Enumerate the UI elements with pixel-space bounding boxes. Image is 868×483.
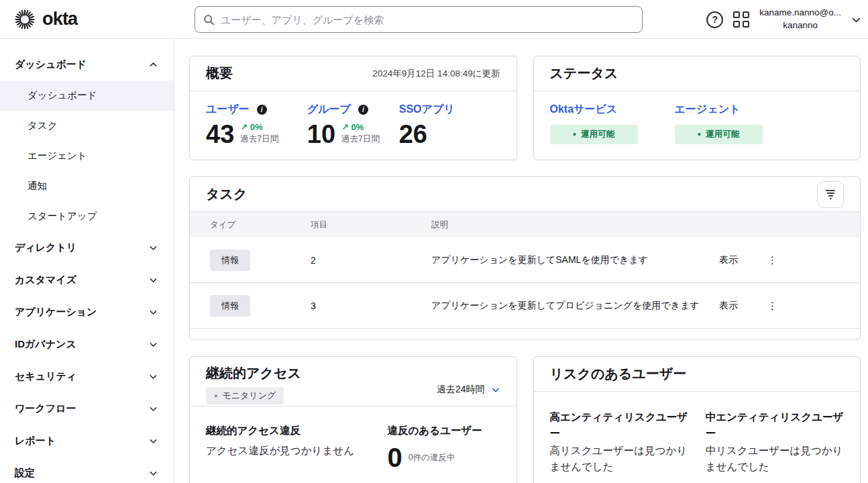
help-icon[interactable]: ?: [706, 11, 723, 28]
stat-label: ユーザー: [206, 103, 250, 117]
okta-service-link[interactable]: Oktaサービス: [550, 103, 675, 117]
time-range-dropdown[interactable]: 過去24時間: [437, 364, 500, 406]
trend-period: 過去7日間: [240, 133, 278, 144]
chevron-down-icon: [149, 437, 158, 445]
stat-value: 26: [399, 122, 427, 146]
sidebar-section-label: ワークフロー: [15, 402, 76, 415]
violations-text: アクセス違反が見つかりません: [206, 444, 354, 458]
groups-link[interactable]: グループ i: [307, 103, 399, 117]
sidebar-section-label: ダッシュボード: [15, 58, 87, 71]
status-badge-label: 運用可能: [581, 129, 614, 140]
users-link[interactable]: ユーザー i: [206, 103, 307, 117]
chevron-down-icon[interactable]: [851, 15, 861, 25]
monitoring-dot-icon: ●: [214, 393, 217, 399]
info-icon[interactable]: i: [257, 105, 267, 115]
stat-label: SSOアプリ: [399, 103, 455, 117]
chevron-down-icon: [149, 340, 158, 349]
sidebar-item-tasks[interactable]: タスク: [0, 111, 174, 141]
chevron-down-icon: [149, 469, 158, 478]
sidebar-section-directory[interactable]: ディレクトリ: [0, 231, 174, 264]
sidebar-item-label: タスク: [28, 119, 58, 132]
sidebar-section-workflow[interactable]: ワークフロー: [0, 392, 174, 425]
high-risk-heading: 高エンティティリスクユーザー: [550, 409, 688, 441]
trend-value: 0%: [250, 122, 263, 132]
stat-groups: グループ i 10 ↗ 0% 過去7日間: [307, 103, 399, 146]
violating-users-note: 0件の違反中: [409, 452, 455, 464]
violating-users-title: 違反のあるユーザー: [388, 424, 500, 438]
monitoring-badge: ● モニタリング: [206, 387, 284, 405]
sidebar-section-reports[interactable]: レポート: [0, 425, 174, 457]
violations-block: 継続的アクセス違反 アクセス違反が見つかりません: [206, 424, 354, 471]
violations-title: 継続的アクセス違反: [206, 424, 354, 438]
high-risk-text: 高リスクユーザーは見つかりませんでした: [550, 443, 688, 475]
okta-logo[interactable]: okta: [0, 8, 77, 31]
type-badge: 情報: [210, 250, 250, 271]
kebab-menu-icon[interactable]: ⋮: [767, 300, 777, 312]
show-link[interactable]: 表示: [719, 300, 738, 312]
overview-card: 概要 2024年9月12日 14:08:49に更新 ユーザー i 43 ↗ 0%: [189, 56, 517, 160]
info-icon[interactable]: i: [358, 105, 368, 115]
grid-square: [733, 11, 740, 18]
sidebar-section-customizations[interactable]: カスタマイズ: [0, 264, 174, 296]
monitoring-badge-label: モニタリング: [222, 390, 276, 402]
account-username: kananno: [759, 19, 841, 32]
medium-risk-heading: 中エンティティリスクユーザー: [706, 409, 844, 441]
search-icon: [203, 14, 215, 25]
filter-button[interactable]: [817, 181, 844, 208]
sidebar-section-label: レポート: [15, 435, 56, 447]
chevron-down-icon: [491, 385, 500, 394]
sidebar-item-label: エージェント: [28, 150, 87, 162]
sidebar-item-notifications[interactable]: 通知: [0, 171, 174, 201]
topbar-actions: ? kaname.nanno@o... kananno: [706, 0, 861, 39]
sidebar-section-security[interactable]: セキュリティ: [0, 360, 174, 392]
chevron-down-icon: [149, 244, 158, 252]
status-okta-service: Oktaサービス ● 運用可能: [550, 103, 675, 144]
stat-users: ユーザー i 43 ↗ 0% 過去7日間: [206, 103, 307, 146]
sidebar-section-applications[interactable]: アプリケーション: [0, 296, 174, 328]
sso-apps-link[interactable]: SSOアプリ: [399, 103, 500, 117]
task-description: アプリケーションを更新してSAMLを使用できます: [431, 254, 719, 266]
chevron-down-icon: [149, 276, 158, 284]
sidebar-item-agents[interactable]: エージェント: [0, 141, 174, 171]
kebab-menu-icon[interactable]: ⋮: [767, 254, 777, 266]
task-description: アプリケーションを更新してプロビジョニングを使用できます: [431, 300, 719, 312]
sidebar-item-getting-started[interactable]: スタートアップ: [0, 201, 174, 231]
tasks-card: タスク タイプ 項目 説明 情報 2 アプリケーションを更新してSAMLを使用で…: [189, 176, 861, 340]
sidebar-item-dashboard[interactable]: ダッシュボード: [0, 80, 174, 111]
chevron-down-icon: [149, 372, 158, 381]
trend-period: 過去7日間: [341, 133, 380, 144]
type-badge: 情報: [210, 295, 250, 317]
sidebar-section-settings[interactable]: 設定: [0, 457, 174, 483]
search-input[interactable]: [221, 14, 634, 25]
tasks-title: タスク: [206, 185, 247, 203]
filter-icon: [826, 190, 835, 191]
status-card: ステータス Oktaサービス ● 運用可能 エージェント ●: [533, 56, 861, 160]
brand-wordmark: okta: [42, 9, 77, 30]
filter-icon: [827, 193, 834, 194]
account-menu[interactable]: kaname.nanno@o... kananno: [759, 7, 841, 32]
agents-link[interactable]: エージェント: [675, 103, 800, 117]
chevron-up-icon: [149, 60, 158, 69]
sidebar-section-label: 設定: [15, 467, 35, 480]
global-search[interactable]: [195, 6, 643, 33]
stat-label: グループ: [307, 103, 351, 117]
status-title: ステータス: [550, 64, 618, 83]
table-row: 情報 3 アプリケーションを更新してプロビジョニングを使用できます 表示 ⋮: [190, 283, 860, 329]
status-dot-icon: ●: [698, 131, 701, 138]
sidebar-item-label: ダッシュボード: [28, 89, 97, 102]
sidebar-section-label: カスタマイズ: [15, 274, 76, 286]
status-badge: ● 運用可能: [550, 125, 638, 144]
show-link[interactable]: 表示: [719, 254, 738, 266]
trend-value: 0%: [351, 122, 364, 132]
task-count: 3: [311, 301, 431, 311]
account-email: kaname.nanno@o...: [759, 7, 841, 19]
status-badge: ● 運用可能: [675, 125, 763, 144]
app-switcher-icon[interactable]: [733, 11, 749, 28]
table-row: 情報 2 アプリケーションを更新してSAMLを使用できます 表示 ⋮: [190, 237, 860, 283]
high-risk-block: 高エンティティリスクユーザー 高リスクユーザーは見つかりませんでした: [550, 409, 688, 475]
column-header-items: 項目: [311, 219, 431, 231]
sidebar-section-identity-governance[interactable]: IDガバナンス: [0, 328, 174, 360]
status-badge-label: 運用可能: [706, 129, 739, 140]
risky-users-card: リスクのあるユーザー 高エンティティリスクユーザー 高リスクユーザーは見つかりま…: [533, 356, 861, 483]
sidebar-section-dashboard[interactable]: ダッシュボード: [0, 48, 174, 80]
